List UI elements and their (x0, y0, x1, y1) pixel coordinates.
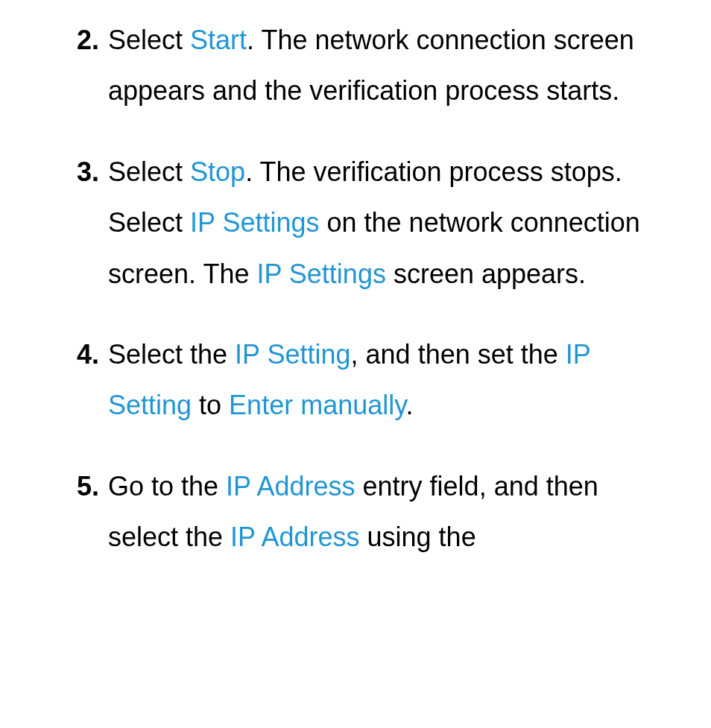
instruction-item: 5.Go to the IP Address entry field, and … (0, 461, 666, 563)
text-run: to (192, 390, 229, 420)
text-run: Select (108, 156, 190, 187)
text-run: screen appears. (386, 259, 586, 289)
item-content: Go to the IP Address entry field, and th… (108, 461, 666, 563)
item-content: Select Stop. The verification process st… (108, 147, 666, 300)
item-content: Select Start. The network connection scr… (108, 15, 666, 117)
item-content: Select the IP Setting, and then set the … (108, 329, 666, 431)
highlighted-term: IP Address (230, 522, 359, 552)
instruction-item: 3.Select Stop. The verification process … (0, 147, 666, 300)
instruction-item: 4.Select the IP Setting, and then set th… (0, 329, 666, 431)
highlighted-term: IP Address (226, 471, 355, 501)
highlighted-term: IP Setting (235, 339, 350, 370)
highlighted-term: IP Settings (190, 207, 319, 238)
highlighted-term: Enter manually (229, 390, 405, 420)
text-run: , and then set the (351, 339, 566, 370)
item-number: 3. (0, 147, 108, 300)
text-run: using the (360, 522, 476, 552)
instruction-item: 2.Select Start. The network connection s… (0, 15, 666, 117)
text-run: . (406, 390, 414, 420)
item-number: 4. (0, 329, 108, 431)
item-number: 5. (0, 461, 108, 563)
highlighted-term: Start (190, 25, 247, 55)
text-run: Go to the (108, 471, 226, 501)
instruction-list: 2.Select Start. The network connection s… (0, 15, 666, 563)
highlighted-term: Stop (190, 156, 245, 187)
text-run: Select (108, 25, 190, 55)
item-number: 2. (0, 15, 108, 117)
text-run: Select the (108, 339, 235, 370)
highlighted-term: IP Settings (256, 259, 385, 289)
